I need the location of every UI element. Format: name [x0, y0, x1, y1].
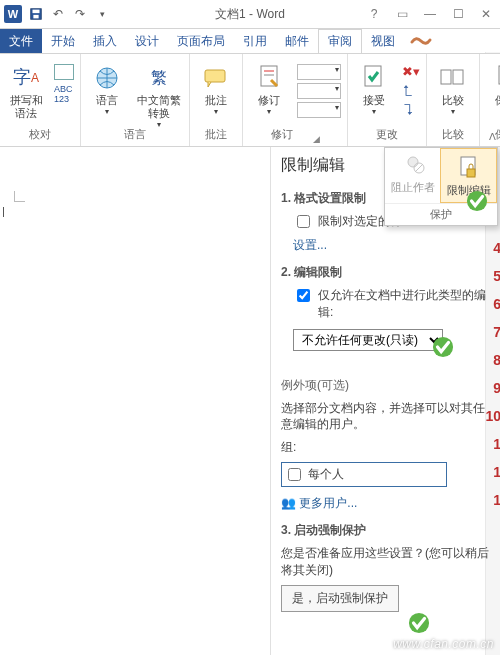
- help-icon[interactable]: ?: [360, 0, 388, 28]
- svg-rect-9: [441, 70, 451, 84]
- content-area: 阻止作者 限制编辑 保护 限制编辑 1. 格式设置限制 限制对选定的样 设置..…: [0, 147, 500, 655]
- next-change-icon[interactable]: ⮧: [402, 102, 420, 117]
- tab-mailings[interactable]: 邮件: [276, 29, 318, 53]
- save-icon[interactable]: [28, 6, 44, 22]
- svg-rect-2: [33, 15, 38, 19]
- show-markup-icon[interactable]: ▾: [297, 64, 341, 80]
- compare-icon: [437, 62, 469, 94]
- display-review-icon[interactable]: ▾: [297, 102, 341, 118]
- group-language: 语言▾ 繁 中文简繁 转换▾ 语言: [81, 54, 190, 146]
- group-comments-label: 批注: [205, 125, 227, 144]
- restrict-editing-button[interactable]: 限制编辑: [440, 148, 497, 203]
- tab-file[interactable]: 文件: [0, 29, 42, 53]
- trackchanges-button[interactable]: 修订▾: [249, 58, 289, 117]
- reject-icon[interactable]: ✖▾: [402, 64, 420, 79]
- window-controls: ? ▭ — ☐ ✕: [360, 0, 500, 28]
- window-title: 文档1 - Word: [215, 6, 285, 23]
- accept-button[interactable]: 接受▾: [354, 58, 394, 117]
- word-logo-icon: W: [4, 5, 22, 23]
- block-authors-button[interactable]: 阻止作者: [385, 148, 440, 203]
- section-3-paragraph: 您是否准备应用这些设置？(您可以稍后将其关闭): [281, 545, 490, 579]
- compare-button[interactable]: 比较▾: [433, 58, 473, 117]
- reviewing-pane-icon[interactable]: ▾: [297, 83, 341, 99]
- tab-view[interactable]: 视图: [362, 29, 404, 53]
- tab-layout[interactable]: 页面布局: [168, 29, 234, 53]
- svg-rect-10: [453, 70, 463, 84]
- wordcount-icon[interactable]: ABC123: [54, 84, 74, 104]
- everyone-checkbox[interactable]: [288, 468, 301, 481]
- prev-change-icon[interactable]: ⮤: [402, 83, 420, 98]
- section-2-heading: 2. 编辑限制: [281, 264, 490, 281]
- tab-design[interactable]: 设计: [126, 29, 168, 53]
- ribbon: 字A 拼写和语法 ABC123 校对 语言▾ 繁 中文简繁 转换▾ 语言: [0, 53, 500, 147]
- ribbon-display-icon[interactable]: ▭: [388, 0, 416, 28]
- section-3-heading: 3. 启动强制保护: [281, 522, 490, 539]
- globe-icon: [91, 62, 123, 94]
- page-corner-mark: [14, 191, 25, 202]
- editing-restriction-checkbox[interactable]: 仅允许在文档中进行此类型的编辑:: [293, 287, 490, 321]
- text-cursor: [0, 207, 4, 217]
- thesaurus-icon[interactable]: [54, 64, 74, 80]
- group-compare-label: 比较: [442, 125, 464, 144]
- svg-point-13: [408, 157, 418, 167]
- groups-list[interactable]: 每个人: [281, 462, 447, 487]
- comment-icon: [200, 62, 232, 94]
- group-changes: 接受▾ ✖▾ ⮤ ⮧ 更改: [348, 54, 427, 146]
- group-comments: 批注▾ 批注: [190, 54, 243, 146]
- spellgrammar-button[interactable]: 字A 拼写和语法: [6, 58, 46, 120]
- spellgrammar-icon: 字A: [10, 62, 42, 94]
- quick-access-toolbar: W ↶ ↷ ▾: [0, 5, 110, 23]
- minimize-icon[interactable]: —: [416, 0, 444, 28]
- redo-icon[interactable]: ↷: [72, 6, 88, 22]
- group-language-label: 语言: [124, 125, 146, 144]
- svg-rect-8: [365, 66, 381, 86]
- tab-home[interactable]: 开始: [42, 29, 84, 53]
- restrict-editing-pane: 阻止作者 限制编辑 保护 限制编辑 1. 格式设置限制 限制对选定的样 设置..…: [271, 147, 500, 655]
- editing-restriction-label: 仅允许在文档中进行此类型的编辑:: [318, 287, 490, 321]
- chinese-convert-button[interactable]: 繁 中文简繁 转换▾: [135, 58, 183, 130]
- tab-references[interactable]: 引用: [234, 29, 276, 53]
- editing-restriction-input[interactable]: [297, 289, 310, 302]
- exceptions-heading: 例外项(可选): [281, 377, 490, 394]
- group-proofing: 字A 拼写和语法 ABC123 校对: [0, 54, 81, 146]
- protect-icon: [490, 62, 500, 94]
- protect-button[interactable]: 保护▾: [486, 58, 500, 117]
- watermark: www.cfan.com.cn: [393, 637, 494, 651]
- ribbon-tabs: 文件 开始 插入 设计 页面布局 引用 邮件 审阅 视图: [0, 29, 500, 53]
- editing-type-dropdown[interactable]: 不允许任何更改(只读): [293, 329, 443, 351]
- restrict-editing-icon: [458, 155, 480, 183]
- block-authors-icon: [401, 154, 425, 180]
- group-tracking-label: 修订: [271, 125, 293, 144]
- exceptions-paragraph: 选择部分文档内容，并选择可以对其任意编辑的用户。: [281, 400, 490, 434]
- tab-insert[interactable]: 插入: [84, 29, 126, 53]
- line-numbers: 456 789 101 11: [485, 234, 500, 514]
- title-bar: W ↶ ↷ ▾ 文档1 - Word ? ▭ — ☐ ✕: [0, 0, 500, 29]
- undo-icon[interactable]: ↶: [50, 6, 66, 22]
- group-tracking: 修订▾ ▾ ▾ ▾ 修订 ◢: [243, 54, 348, 146]
- tab-review[interactable]: 审阅: [318, 29, 362, 54]
- everyone-label: 每个人: [308, 466, 344, 483]
- more-users-link[interactable]: 👥 更多用户...: [281, 495, 490, 512]
- accept-icon: [358, 62, 390, 94]
- addin-icon[interactable]: [404, 29, 438, 53]
- svg-rect-1: [33, 10, 40, 14]
- group-compare: 比较▾ 比较: [427, 54, 480, 146]
- format-restriction-input[interactable]: [297, 215, 310, 228]
- document-canvas[interactable]: [0, 147, 271, 655]
- tracking-launcher-icon[interactable]: ◢: [313, 134, 320, 144]
- svg-rect-17: [467, 169, 475, 177]
- close-icon[interactable]: ✕: [472, 0, 500, 28]
- comments-button[interactable]: 批注▾: [196, 58, 236, 117]
- groups-label: 组:: [281, 439, 490, 456]
- qat-dropdown-icon[interactable]: ▾: [94, 6, 110, 22]
- language-button[interactable]: 语言▾: [87, 58, 127, 117]
- enforce-protection-button[interactable]: 是，启动强制保护: [281, 585, 399, 612]
- trackchanges-icon: [253, 62, 285, 94]
- settings-link[interactable]: 设置...: [293, 237, 490, 254]
- protect-popout-label: 保护: [385, 203, 497, 225]
- collapse-ribbon-icon[interactable]: ᐱ: [489, 131, 496, 142]
- maximize-icon[interactable]: ☐: [444, 0, 472, 28]
- group-changes-label: 更改: [376, 125, 398, 144]
- chinese-convert-icon: 繁: [143, 62, 175, 94]
- group-proofing-label: 校对: [29, 125, 51, 144]
